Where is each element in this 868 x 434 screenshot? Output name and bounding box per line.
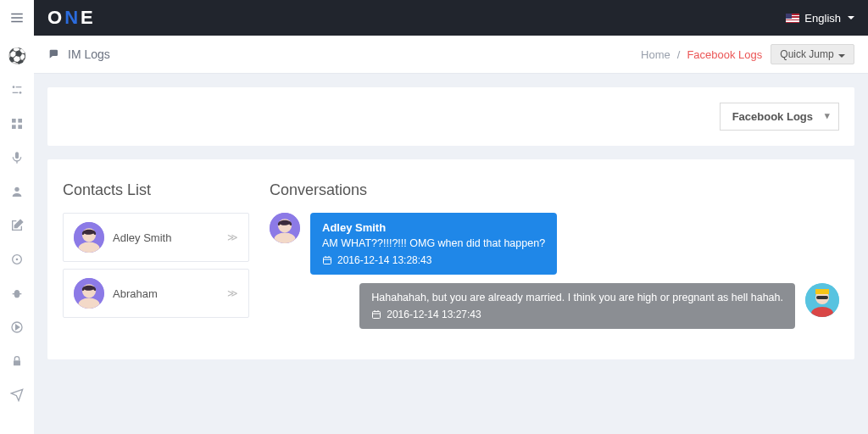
user-icon <box>10 185 24 198</box>
sidebar-item-apps[interactable] <box>10 117 24 131</box>
content-area: IM Logs Home / Facebook Logs Quick Jump … <box>34 36 868 434</box>
play-circle-icon <box>10 320 24 334</box>
contact-item[interactable]: Adley Smith ≫ <box>63 213 249 262</box>
menu-icon <box>9 10 25 25</box>
topbar: ONE English <box>34 0 868 36</box>
message-text: AM WHAT??!!!?!!! OMG when did that happe… <box>322 237 545 249</box>
contact-item[interactable]: Abraham ≫ <box>63 269 249 318</box>
logo: ONE <box>47 7 94 29</box>
mic-icon <box>10 151 24 164</box>
sidebar-item-play[interactable] <box>10 320 24 334</box>
sidebar-item-settings[interactable] <box>10 83 24 97</box>
sidebar-item-mic[interactable] <box>10 151 24 164</box>
breadcrumb-sep: / <box>677 48 681 61</box>
sidebar-item-edit[interactable] <box>10 219 24 232</box>
page-title: IM Logs <box>68 47 110 61</box>
sidebar-item-user[interactable] <box>10 185 24 198</box>
menu-toggle[interactable] <box>0 0 34 36</box>
language-selector[interactable]: English <box>786 12 854 25</box>
target-icon <box>10 253 24 266</box>
logo-e: E <box>81 7 94 29</box>
svg-rect-11 <box>15 152 19 159</box>
logo-o: O <box>47 7 63 29</box>
chevron-down-icon <box>838 54 845 58</box>
contacts-column: Contacts List Adley Smith ≫ Abraham ≫ <box>63 181 249 337</box>
contact-name: Abraham <box>113 287 219 300</box>
svg-rect-9 <box>12 125 16 129</box>
svg-rect-39 <box>815 289 829 294</box>
message-row: Adley Smith AM WHAT??!!!?!!! OMG when di… <box>270 213 839 275</box>
breadcrumb-home[interactable]: Home <box>641 48 670 61</box>
message-row: Hahahahah, but you are already married. … <box>270 283 839 329</box>
svg-point-16 <box>14 290 20 298</box>
flag-us-icon <box>786 14 799 23</box>
chevron-right-icon: ≫ <box>227 231 238 243</box>
svg-rect-10 <box>18 125 22 129</box>
svg-rect-31 <box>324 258 331 264</box>
page-header: IM Logs Home / Facebook Logs Quick Jump <box>34 36 868 74</box>
svg-rect-7 <box>12 119 16 123</box>
chevron-right-icon: ≫ <box>227 287 238 299</box>
breadcrumb: Home / Facebook Logs <box>641 48 762 61</box>
chevron-down-icon <box>848 16 854 19</box>
grid-icon <box>10 117 24 131</box>
svg-rect-38 <box>816 296 828 299</box>
avatar <box>805 283 839 317</box>
log-type-select[interactable]: Facebook Logs <box>720 103 839 131</box>
edit-icon <box>10 219 24 232</box>
svg-point-3 <box>13 86 15 88</box>
sidebar-item-send[interactable] <box>10 388 24 402</box>
main-panel: Contacts List Adley Smith ≫ Abraham ≫ Co… <box>47 159 854 359</box>
svg-rect-4 <box>16 86 22 87</box>
conversations-column: Conversations Adley Smith AM WHAT??!!!?!… <box>270 181 839 337</box>
svg-rect-6 <box>13 92 19 93</box>
message-timestamp: 2016-12-14 13:27:43 <box>387 309 481 320</box>
message-bubble: Adley Smith AM WHAT??!!!?!!! OMG when di… <box>310 213 557 275</box>
log-type-panel: Facebook Logs <box>47 87 854 146</box>
svg-rect-40 <box>373 312 381 319</box>
message-text: Hahahahah, but you are already married. … <box>371 292 783 303</box>
svg-point-5 <box>19 92 22 94</box>
svg-point-13 <box>14 187 19 192</box>
conversations-heading: Conversations <box>270 181 839 199</box>
avatar <box>74 222 104 253</box>
message-sender: Adley Smith <box>322 221 545 234</box>
svg-point-15 <box>16 259 17 259</box>
sidebar-item-target[interactable] <box>10 253 24 266</box>
message-timestamp: 2016-12-14 13:28:43 <box>337 254 431 266</box>
calendar-icon <box>322 255 332 265</box>
contacts-heading: Contacts List <box>63 181 249 199</box>
sidebar-item-lock[interactable] <box>10 354 24 368</box>
breadcrumb-current: Facebook Logs <box>687 48 762 61</box>
log-type-value: Facebook Logs <box>732 110 813 123</box>
lock-icon <box>10 354 24 368</box>
contact-name: Adley Smith <box>113 231 219 244</box>
svg-rect-21 <box>14 360 20 365</box>
logo-n: N <box>64 7 79 29</box>
soccer-icon: ⚽ <box>8 47 26 65</box>
calendar-icon <box>371 309 381 320</box>
message-bubble: Hahahahah, but you are already married. … <box>359 283 795 329</box>
quick-jump-button[interactable]: Quick Jump <box>771 44 854 64</box>
sidebar-item-bug[interactable] <box>10 287 24 300</box>
sidebar: ⚽ <box>0 36 34 434</box>
svg-marker-20 <box>16 325 19 329</box>
svg-rect-8 <box>18 119 22 123</box>
avatar <box>270 213 300 243</box>
bug-icon <box>10 287 24 300</box>
sidebar-item-dashboard[interactable]: ⚽ <box>10 49 24 63</box>
chat-icon <box>47 47 61 61</box>
sliders-icon <box>10 83 24 97</box>
send-icon <box>10 388 24 402</box>
quick-jump-label: Quick Jump <box>780 48 833 60</box>
language-label: English <box>804 12 841 25</box>
avatar <box>74 278 104 309</box>
